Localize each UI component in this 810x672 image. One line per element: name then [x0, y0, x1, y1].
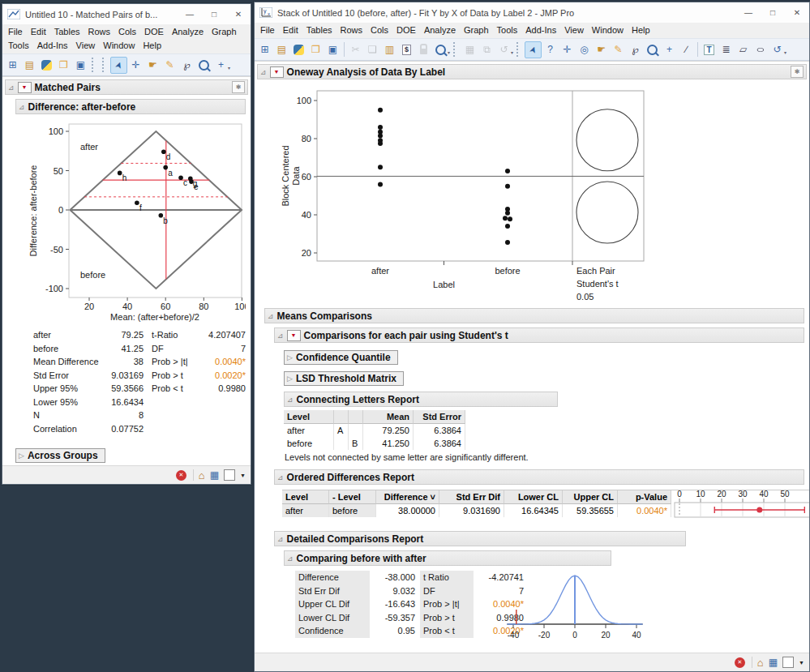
outline-connecting-letters[interactable]: ⊿ Connecting Letters Report — [284, 392, 558, 407]
outline-ordered-differences[interactable]: ⊿ Ordered Differences Report — [274, 469, 804, 485]
menu-analyze[interactable]: Analyze — [168, 25, 208, 39]
menu-rows[interactable]: Rows — [336, 24, 367, 37]
column-header[interactable]: Mean — [363, 410, 414, 424]
column-header[interactable] — [349, 410, 363, 424]
redo-icon[interactable]: ⧉ — [478, 41, 495, 58]
menu-edit[interactable]: Edit — [279, 24, 302, 37]
paste-icon[interactable]: ▥ — [381, 41, 398, 58]
crosshair-tool-icon[interactable]: + — [212, 57, 229, 74]
clear-error-icon[interactable]: ✕ — [176, 470, 186, 481]
before-point[interactable] — [505, 224, 510, 229]
outline-lsd-threshold-matrix[interactable]: ▷ LSD Threshold Matrix — [284, 371, 404, 386]
outline-matched-pairs[interactable]: ⊿ ▼ Matched Pairs ✱ — [5, 79, 248, 95]
left-titlebar[interactable]: Untitled 10 - Matched Pairs of b... — □ … — [2, 4, 251, 24]
before-point[interactable] — [505, 184, 510, 189]
disclosure-collapsed-icon[interactable]: ▷ — [287, 375, 293, 383]
search-icon[interactable] — [432, 41, 449, 58]
window-state-box[interactable] — [224, 469, 235, 481]
close-button[interactable]: ✕ — [785, 2, 809, 23]
outline-oneway[interactable]: ⊿ ▼ Oneway Analysis of Data By Label ✱ — [257, 64, 807, 79]
save-icon[interactable]: ▣ — [324, 41, 341, 58]
open-icon[interactable]: ❐ — [307, 41, 324, 58]
menu-edit[interactable]: Edit — [27, 25, 50, 39]
disclosure-collapsed-icon[interactable]: ▷ — [287, 353, 293, 362]
oval-tool-icon[interactable]: ○ — [752, 41, 769, 58]
import-icon[interactable]: ▤ — [21, 57, 38, 74]
arrow-cursor-icon[interactable]: ➤ — [110, 57, 127, 74]
column-header[interactable]: p-Value — [618, 490, 671, 504]
menu-tables[interactable]: Tables — [50, 25, 84, 39]
menu-tools[interactable]: Tools — [4, 39, 33, 53]
menu-graph[interactable]: Graph — [460, 24, 493, 37]
brush-tool-icon[interactable]: ✎ — [161, 57, 178, 74]
after-point[interactable] — [378, 165, 383, 169]
column-header[interactable]: Level — [284, 410, 334, 424]
flow-tool-icon[interactable]: ↺ — [769, 41, 786, 58]
column-header[interactable]: Std Err Dif — [439, 490, 504, 504]
difference-ci-chart[interactable]: 01020304050 — [673, 489, 809, 518]
pin-icon[interactable]: ✱ — [232, 81, 245, 93]
maximize-button[interactable]: □ — [202, 4, 226, 24]
after-point[interactable] — [378, 133, 383, 138]
column-header[interactable] — [334, 410, 349, 424]
menu-file[interactable]: File — [256, 24, 279, 37]
disclosure-open-icon[interactable]: ⊿ — [268, 312, 274, 320]
outline-difference[interactable]: ⊿ Difference: after-before — [15, 99, 246, 114]
magnifier-tool-icon[interactable] — [195, 57, 212, 74]
new-data-table-icon[interactable]: ⊞ — [256, 41, 273, 58]
copy-icon[interactable]: ❏ — [364, 41, 381, 58]
grabber-tool-icon[interactable]: ☛ — [144, 57, 161, 74]
refresh-icon[interactable]: ↺ — [495, 41, 512, 58]
grabber-tool-icon[interactable]: ☛ — [593, 41, 610, 58]
show-window-icon[interactable]: ▦ — [210, 469, 219, 481]
menu-analyze[interactable]: Analyze — [420, 24, 460, 37]
data-point-c[interactable] — [178, 175, 183, 180]
menu-tools[interactable]: Tools — [493, 24, 522, 37]
disclosure-collapsed-icon[interactable]: ▷ — [19, 452, 24, 460]
statusbar-dropdown-icon[interactable]: ▼ — [799, 660, 804, 666]
menu-view[interactable]: View — [560, 24, 588, 37]
python-icon[interactable] — [290, 41, 307, 58]
menu-help[interactable]: Help — [139, 39, 165, 53]
disclosure-open-icon[interactable]: ⊿ — [277, 332, 284, 340]
move-tool-icon[interactable]: ✛ — [559, 41, 576, 58]
disclosure-open-icon[interactable]: ⊿ — [287, 554, 294, 563]
open-icon[interactable]: ❐ — [55, 57, 72, 74]
menu-window[interactable]: Window — [588, 24, 628, 37]
disclosure-open-icon[interactable]: ⊿ — [260, 68, 267, 76]
statusbar-dropdown-icon[interactable]: ▼ — [240, 473, 246, 478]
data-point-f[interactable] — [135, 200, 139, 205]
annotation-tool-icon[interactable]: T — [701, 41, 718, 58]
disclosure-open-icon[interactable]: ⊿ — [19, 103, 25, 111]
outline-comparisons-students-t[interactable]: ⊿ ▼ Comparisons for each pair using Stud… — [274, 327, 804, 343]
lock-icon[interactable] — [415, 41, 432, 58]
column-header[interactable]: Upper CL — [563, 490, 618, 504]
menu-view[interactable]: View — [72, 39, 100, 53]
column-header[interactable]: Difference ˅ — [376, 490, 439, 504]
before-point[interactable] — [505, 211, 510, 216]
pin-icon[interactable]: ✱ — [791, 66, 804, 78]
menu-addins[interactable]: Add-Ins — [521, 24, 560, 37]
oneway-plot[interactable]: 20406080100afterbeforeLabelEach PairStud… — [279, 83, 660, 303]
move-tool-icon[interactable]: ✛ — [127, 57, 144, 74]
after-point[interactable] — [378, 182, 383, 186]
selection-target-icon[interactable]: ◎ — [576, 41, 593, 58]
matched-pairs-plot[interactable]: afterbeforeabcdefgh20406080100100500-50-… — [25, 118, 246, 322]
column-header[interactable]: Level — [282, 490, 329, 504]
before-point[interactable] — [505, 169, 510, 173]
minimize-button[interactable]: — — [178, 4, 202, 24]
red-triangle-menu-icon[interactable]: ▼ — [287, 330, 301, 341]
undo-icon[interactable]: ▦ — [461, 41, 478, 58]
outline-means-comparisons[interactable]: ⊿ Means Comparisons — [264, 308, 804, 323]
python-icon[interactable] — [38, 57, 55, 74]
home-window-icon[interactable]: ⌂ — [757, 657, 764, 669]
menu-tables[interactable]: Tables — [302, 24, 336, 37]
right-titlebar[interactable]: yx Stack of Untitled 10 (before, after) … — [255, 2, 809, 23]
before-point[interactable] — [503, 216, 508, 220]
disclosure-open-icon[interactable]: ⊿ — [277, 535, 284, 543]
red-triangle-menu-icon[interactable]: ▼ — [18, 82, 32, 93]
red-triangle-menu-icon[interactable]: ▼ — [270, 66, 284, 78]
before-point[interactable] — [508, 216, 512, 221]
column-header[interactable]: Lower CL — [504, 490, 563, 504]
crosshair-tool-icon[interactable]: + — [661, 41, 678, 58]
